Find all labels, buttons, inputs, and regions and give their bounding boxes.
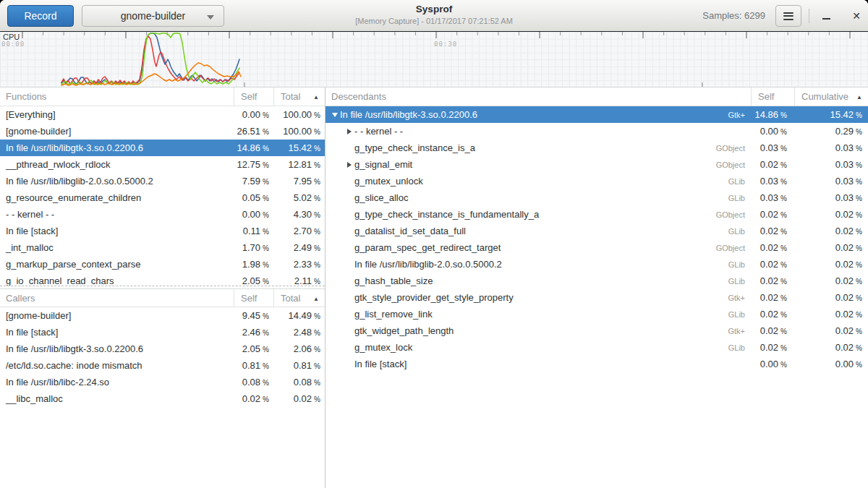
percent-value: 0.02 (835, 292, 854, 303)
percent-value: 2.05 (242, 343, 260, 354)
total-column-label: Total (281, 293, 300, 304)
close-button[interactable]: ✕ (846, 6, 867, 26)
target-select[interactable]: gnome-builder (82, 5, 224, 27)
tree-row[interactable]: g_param_spec_get_redirect_targetGObject0… (326, 239, 868, 256)
percent-sign: % (780, 261, 787, 269)
menu-button[interactable] (775, 5, 801, 27)
tree-row[interactable]: g_mutex_lockGLib0.02%0.02% (326, 339, 868, 356)
table-row[interactable]: __pthread_rwlock_rdlock12.75%12.81% (0, 156, 325, 173)
percent-value: 0.02 (760, 209, 778, 220)
total-percent: 0.02% (273, 393, 325, 404)
functions-column-header[interactable]: Functions (0, 91, 234, 102)
table-row[interactable]: - - kernel - -0.00%4.30% (0, 206, 325, 223)
expander-open-icon[interactable] (330, 113, 340, 117)
callers-row-list: [gnome-builder]9.45%14.49%In file [stack… (0, 307, 325, 488)
expander-closed-icon[interactable] (344, 129, 354, 134)
table-row[interactable]: [Everything]0.00%100.00% (0, 106, 325, 123)
right-pane: Descendants Self Cumulative ▲ In file /u… (326, 87, 868, 488)
percent-value: 0.03 (760, 142, 778, 153)
percent-sign: % (314, 312, 320, 320)
percent-value: 0.81 (294, 360, 312, 371)
cumulative-column-label: Cumulative (801, 91, 848, 102)
tree-row[interactable]: gtk_widget_path_lengthGtk+0.02%0.02% (326, 322, 868, 339)
tree-row[interactable]: g_signal_emitGObject0.02%0.03% (326, 156, 868, 173)
function-name: In file /usr/lib/libgtk-3.so.0.2200.6 (340, 109, 700, 120)
total-column-header[interactable]: Total ▲ (273, 87, 325, 106)
expander-closed-icon[interactable] (344, 162, 354, 168)
percent-sign: % (856, 294, 862, 302)
table-row[interactable]: In file /usr/lib/libc-2.24.so0.08%0.08% (0, 374, 325, 390)
percent-sign: % (780, 278, 787, 286)
cumulative-percent: 0.03% (794, 192, 868, 203)
self-percent: 0.02% (751, 209, 794, 220)
table-row[interactable]: [gnome-builder]9.45%14.49% (0, 307, 325, 324)
library-badge: Gtk+ (700, 111, 751, 119)
self-column-header[interactable]: Self (751, 87, 794, 106)
self-column-header[interactable]: Self (234, 87, 273, 106)
table-row[interactable]: In file /usr/lib/libgtk-3.so.0.2200.62.0… (0, 341, 325, 357)
tree-row[interactable]: In file /usr/lib/libgtk-3.so.0.2200.6Gtk… (326, 106, 868, 123)
cumulative-percent: 0.02% (794, 226, 868, 236)
tree-row[interactable]: In file [stack]0.00%0.00% (326, 356, 868, 372)
table-row[interactable]: [gnome-builder]26.51%100.00% (0, 123, 325, 140)
total-percent: 2.11% (273, 275, 325, 286)
table-row[interactable]: g_markup_parse_context_parse1.98%2.33% (0, 256, 325, 273)
table-row[interactable]: _int_malloc1.70%2.49% (0, 239, 325, 256)
callers-column-header[interactable]: Callers (0, 293, 234, 304)
self-column-header[interactable]: Self (234, 289, 273, 307)
minimize-button[interactable] (816, 6, 836, 26)
tree-row[interactable]: In file /usr/lib/libglib-2.0.so.0.5000.2… (326, 256, 868, 273)
percent-value: 0.03 (760, 192, 778, 203)
tree-row[interactable]: g_datalist_id_set_data_fullGLib0.02%0.02… (326, 223, 868, 239)
descendants-column-header[interactable]: Descendants (326, 91, 751, 102)
tree-row[interactable]: g_list_remove_linkGLib0.02%0.02% (326, 306, 868, 322)
library-badge: GLib (700, 277, 751, 286)
percent-value: 2.33 (294, 259, 312, 270)
self-percent: 0.00% (234, 209, 273, 220)
table-row[interactable]: In file /usr/lib/libglib-2.0.so.0.5000.2… (0, 173, 325, 189)
cumulative-column-header[interactable]: Cumulative ▲ (794, 87, 868, 106)
table-row[interactable]: /etc/ld.so.cache: inode mismatch0.81%0.8… (0, 357, 325, 374)
self-percent: 2.05% (234, 275, 273, 286)
table-row[interactable]: __libc_malloc0.02%0.02% (0, 390, 325, 407)
tree-row[interactable]: g_type_check_instance_is_aGObject0.03%0.… (326, 140, 868, 156)
percent-value: 0.81 (242, 360, 260, 371)
cumulative-percent: 0.29% (794, 126, 868, 137)
table-row[interactable]: g_io_channel_read_chars2.05%2.11% (0, 273, 325, 286)
tree-row[interactable]: g_mutex_unlockGLib0.03%0.03% (326, 173, 868, 189)
record-button[interactable]: Record (7, 5, 74, 27)
function-name: g_io_channel_read_chars (0, 275, 234, 286)
percent-value: 0.03 (835, 142, 854, 153)
function-name: In file [stack] (0, 327, 234, 338)
function-name: gtk_style_provider_get_style_property (354, 292, 700, 303)
percent-value: 0.00 (760, 359, 778, 369)
self-percent: 0.02% (751, 325, 794, 336)
titlebar-separator (809, 9, 809, 23)
table-row[interactable]: In file [stack]0.11%2.70% (0, 223, 325, 239)
self-percent: 0.81% (234, 360, 273, 371)
self-percent: 0.02% (234, 393, 273, 404)
table-row[interactable]: In file /usr/lib/libgtk-3.so.0.2200.614.… (0, 140, 325, 156)
tree-row[interactable]: g_hash_table_sizeGLib0.02%0.02% (326, 273, 868, 289)
percent-value: 0.00 (835, 359, 854, 369)
tree-row[interactable]: g_type_check_instance_is_fundamentally_a… (326, 206, 868, 223)
percent-sign: % (856, 194, 862, 202)
percent-value: 0.02 (760, 309, 778, 320)
function-name: g_slice_alloc (354, 192, 700, 203)
percent-sign: % (263, 346, 269, 354)
percent-value: 0.08 (242, 377, 260, 388)
percent-value: 0.03 (835, 192, 854, 203)
percent-sign: % (314, 161, 320, 169)
function-name: - - kernel - - (0, 209, 234, 220)
function-name: __libc_malloc (0, 393, 234, 404)
tree-row[interactable]: - - kernel - -0.00%0.29% (326, 123, 868, 140)
total-column-header[interactable]: Total ▲ (273, 289, 325, 307)
percent-sign: % (856, 278, 862, 286)
tree-row[interactable]: gtk_style_provider_get_style_propertyGtk… (326, 289, 868, 306)
table-row[interactable]: g_resource_enumerate_children0.05%5.02% (0, 189, 325, 206)
library-badge: GLib (700, 260, 751, 269)
cpu-graph[interactable]: CPU 00:00 00:30 (0, 32, 868, 87)
percent-value: 0.00 (242, 209, 260, 220)
tree-row[interactable]: g_slice_allocGLib0.03%0.03% (326, 189, 868, 206)
table-row[interactable]: In file [stack]2.46%2.48% (0, 324, 325, 341)
